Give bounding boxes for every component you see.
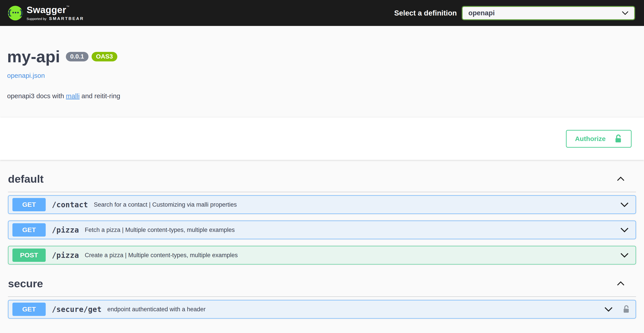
operation-row-get-secure[interactable]: GET /secure/get endpoint authenticated w… <box>8 300 636 318</box>
curly-braces-glyph: {···} <box>7 9 24 17</box>
authorize-button[interactable]: Authorize <box>566 130 632 148</box>
operation-summary: Fetch a pizza | Multiple content-types, … <box>85 226 620 234</box>
smartbear-wordmark: SMARTBEAR <box>49 16 84 21</box>
chevron-up-icon[interactable] <box>616 176 625 181</box>
operations-wrapper: default GET /contact Search for a contac… <box>0 170 644 333</box>
section-title[interactable]: secure <box>8 277 43 290</box>
tagline-prefix: Supported by <box>26 17 46 20</box>
operation-path: /secure/get <box>52 305 102 314</box>
chevron-down-icon[interactable] <box>604 306 613 312</box>
method-badge: GET <box>12 198 46 211</box>
chevron-down-icon[interactable] <box>620 252 629 258</box>
swagger-brand-link[interactable]: {···} Swagger™ Supported by SMARTBEAR <box>8 5 84 20</box>
api-title-text: my-api <box>7 47 60 66</box>
chevron-down-icon[interactable] <box>620 227 629 232</box>
description-text-after: and reitit-ring <box>80 92 120 100</box>
section-title[interactable]: default <box>8 173 44 185</box>
brand-tagline: Supported by SMARTBEAR <box>26 16 84 21</box>
definition-select[interactable]: openapi <box>462 6 635 20</box>
version-badge: 0.0.1 <box>66 52 88 62</box>
malli-link[interactable]: malli <box>66 92 80 100</box>
main-content: my-api 0.0.1 OAS3 openapi.json openapi3 … <box>0 26 644 333</box>
brand-text: Swagger™ Supported by SMARTBEAR <box>26 5 84 20</box>
trademark-mark: ™ <box>66 5 70 8</box>
chevron-down-icon <box>622 11 628 15</box>
brand-word: Swagger <box>26 5 66 15</box>
operation-path: /pizza <box>52 251 79 260</box>
section-header-secure[interactable]: secure <box>8 275 636 297</box>
unlock-icon[interactable] <box>623 304 630 314</box>
definition-select-value: openapi <box>468 9 495 17</box>
chevron-down-icon[interactable] <box>620 202 629 207</box>
definition-selector-group: Select a definition openapi <box>394 6 635 20</box>
chevron-up-icon[interactable] <box>616 281 625 286</box>
method-badge: GET <box>12 303 46 316</box>
operation-row-post-pizza[interactable]: POST /pizza Create a pizza | Multiple co… <box>8 246 636 264</box>
section-header-default[interactable]: default <box>8 170 636 192</box>
operation-path: /contact <box>52 200 88 209</box>
method-badge: POST <box>12 248 46 262</box>
description-text-before: openapi3 docs with <box>7 92 66 100</box>
operation-row-get-contact[interactable]: GET /contact Search for a contact | Cust… <box>8 195 636 214</box>
operation-summary: Search for a contact | Customizing via m… <box>94 201 620 208</box>
swagger-logo-icon: {···} <box>8 6 22 20</box>
operation-path: /pizza <box>52 226 79 234</box>
select-definition-label: Select a definition <box>394 9 457 17</box>
unlock-icon <box>614 134 622 144</box>
page-title: my-api 0.0.1 OAS3 <box>7 47 637 66</box>
method-badge: GET <box>12 223 46 236</box>
scheme-container: Authorize <box>0 118 644 160</box>
brand-name: Swagger™ <box>26 5 84 15</box>
api-description: openapi3 docs with malli and reitit-ring <box>7 92 637 100</box>
operation-summary: endpoint authenticated with a header <box>107 306 604 313</box>
authorize-label: Authorize <box>575 135 606 142</box>
operation-summary: Create a pizza | Multiple content-types,… <box>85 252 620 259</box>
topbar: {···} Swagger™ Supported by SMARTBEAR Se… <box>0 0 644 26</box>
operation-row-get-pizza[interactable]: GET /pizza Fetch a pizza | Multiple cont… <box>8 220 636 239</box>
spec-link[interactable]: openapi.json <box>7 72 45 79</box>
oas3-badge: OAS3 <box>92 52 117 62</box>
api-info-section: my-api 0.0.1 OAS3 openapi.json openapi3 … <box>0 26 644 100</box>
